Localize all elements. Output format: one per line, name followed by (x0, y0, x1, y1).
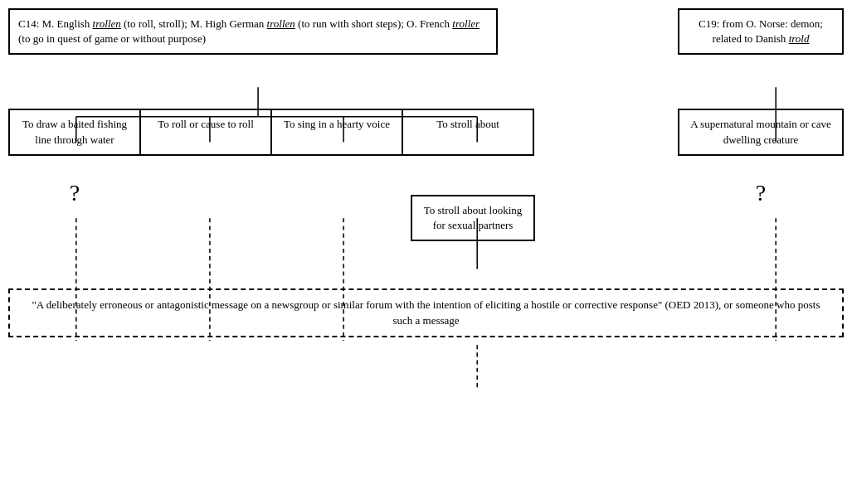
final-definition-text: "A deliberately erroneous or antagonisti… (32, 298, 820, 327)
etym-left-prefix: C14: M. English (18, 17, 93, 30)
empty-under-m3 (274, 156, 407, 230)
meaning-text-3: To sing in a hearty voice (284, 118, 390, 130)
final-definition-wrapper: "A deliberately erroneous or antagonisti… (8, 288, 844, 337)
top-row: C14: M. English trollen (to roll, stroll… (8, 8, 844, 55)
etym-left-troller: troller (452, 17, 480, 30)
meaning-box-2: To roll or cause to roll (139, 109, 272, 155)
meaning-text-1: To draw a baited fishing line through wa… (22, 118, 127, 145)
sub-meaning-box: To stroll about looking for sexual partn… (411, 195, 535, 241)
question-mark-1: ? (8, 156, 141, 230)
meanings-row: To draw a baited fishing line through wa… (8, 109, 844, 155)
meaning-text-5: A supernatural mountain or cave dwelling… (690, 118, 831, 145)
meaning-box-4: To stroll about (402, 109, 534, 155)
etym-left-mid2: (to run with short steps); O. French (295, 17, 453, 30)
top-connector-space (8, 55, 844, 109)
etym-left-trollen2: trollen (267, 17, 295, 30)
sub-meaning-text: To stroll about looking for sexual partn… (424, 204, 523, 231)
etym-right-trold: trold (789, 32, 810, 45)
etym-left-suffix: (to go in quest of game or without purpo… (18, 32, 206, 45)
empty-under-m2 (141, 156, 274, 230)
meaning-box-5: A supernatural mountain or cave dwelling… (678, 109, 844, 155)
final-definition-box: "A deliberately erroneous or antagonisti… (8, 288, 844, 337)
question-mark-2: ? (678, 156, 844, 230)
bottom-content-row: ? To stroll about looking for sexual par… (8, 156, 844, 280)
gap-spacer-2 (539, 156, 678, 280)
meaning-box-3: To sing in a hearty voice (270, 109, 403, 155)
meaning-box-1: To draw a baited fishing line through wa… (8, 109, 141, 155)
diagram-container: C14: M. English trollen (to roll, stroll… (0, 0, 852, 504)
gap-spacer (534, 109, 678, 155)
etym-left-mid1: (to roll, stroll); M. High German (121, 17, 267, 30)
sub-meaning-wrapper: To stroll about looking for sexual partn… (407, 181, 539, 255)
meaning-text-2: To roll or cause to roll (158, 118, 254, 130)
etymology-left-box: C14: M. English trollen (to roll, stroll… (8, 8, 498, 55)
etym-left-trollen1: trollen (93, 17, 121, 30)
meaning-text-4: To stroll about (436, 118, 499, 130)
etymology-right-box: C19: from O. Norse: demon; related to Da… (678, 8, 844, 55)
